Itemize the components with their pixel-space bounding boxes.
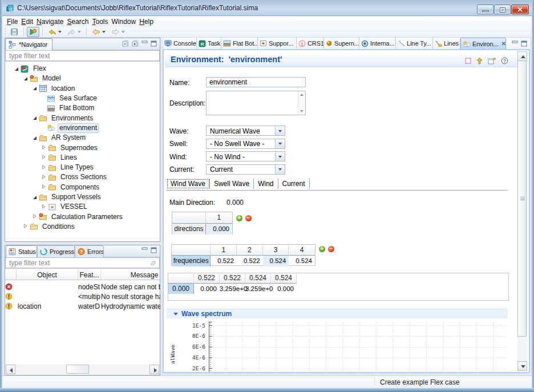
add-column-icon[interactable]: + bbox=[319, 246, 325, 252]
tree-item-flex[interactable]: Flex bbox=[5, 64, 160, 74]
cell-frequency[interactable]: 0.524 bbox=[263, 256, 289, 266]
menu-window[interactable]: Window bbox=[112, 17, 136, 27]
up-arrow-icon[interactable] bbox=[476, 57, 483, 64]
tab-environment[interactable]: Environ... ✕ bbox=[460, 38, 506, 49]
description-input[interactable] bbox=[206, 91, 306, 115]
remove-column-icon[interactable]: − bbox=[328, 246, 334, 252]
col-header[interactable]: 0.522 bbox=[194, 273, 220, 284]
row-header-frequencies[interactable]: frequencies bbox=[172, 256, 211, 266]
subtab-swell-wave[interactable]: Swell Wave bbox=[210, 179, 254, 189]
col-header[interactable]: 2 bbox=[237, 245, 263, 256]
column-severity[interactable] bbox=[5, 270, 17, 280]
navigator-filter-input[interactable] bbox=[5, 50, 160, 61]
maximize-view-icon[interactable] bbox=[151, 247, 157, 253]
tab-internal[interactable]: Interna... bbox=[359, 38, 396, 49]
link-editor-icon[interactable] bbox=[132, 40, 139, 47]
run-button[interactable] bbox=[27, 27, 39, 37]
menu-edit[interactable]: Edit bbox=[21, 17, 33, 27]
progress-tab[interactable]: Progress bbox=[37, 245, 75, 257]
back-button[interactable] bbox=[90, 27, 108, 37]
editor-vscrollbar[interactable] bbox=[517, 51, 527, 371]
swell-dropdown-icon[interactable] bbox=[275, 139, 285, 148]
menu-navigate[interactable]: Navigate bbox=[37, 17, 63, 27]
maximize-view-icon[interactable] bbox=[151, 41, 157, 47]
wave-spectrum-section[interactable]: Wave spectrum bbox=[167, 309, 508, 318]
tree-item-flat-bottom[interactable]: Flat Bottom bbox=[5, 103, 160, 113]
section-collapse-icon[interactable] bbox=[173, 313, 178, 316]
tree-item-sea-surface[interactable]: Sea Surface bbox=[5, 94, 160, 103]
col-header[interactable]: 0.524 bbox=[271, 273, 297, 284]
problem-row[interactable]: nodeSt Node step can not b bbox=[5, 282, 160, 292]
errors-tab[interactable]: ? Errors bbox=[75, 245, 104, 257]
navigator-tab[interactable]: *Navigator bbox=[5, 38, 52, 50]
tab-flat-bottom[interactable]: Flat Bot... bbox=[221, 38, 258, 49]
scroll-up-button[interactable] bbox=[517, 51, 527, 61]
cell-frequency[interactable]: 0.524 bbox=[289, 256, 315, 266]
cell-spectrum[interactable]: 3.259e+0 bbox=[220, 284, 245, 294]
forward-dropdown-icon[interactable] bbox=[122, 31, 125, 33]
back-dropdown-icon[interactable] bbox=[102, 31, 106, 33]
minimize-editor-icon[interactable] bbox=[512, 41, 519, 47]
collapsed-icon[interactable] bbox=[41, 165, 47, 171]
cell-spectrum[interactable]: 3.259e+0 bbox=[245, 284, 271, 294]
column-feature[interactable]: Feat... bbox=[78, 270, 101, 280]
close-tab-icon[interactable]: ✕ bbox=[501, 41, 505, 47]
subtab-current[interactable]: Current bbox=[278, 179, 310, 189]
collapsed-icon[interactable] bbox=[41, 155, 47, 160]
menu-help[interactable]: Help bbox=[139, 17, 153, 27]
save-button[interactable] bbox=[8, 27, 21, 37]
tree-item-supernodes[interactable]: Supernodes bbox=[5, 143, 160, 152]
menu-tools[interactable]: Tools bbox=[92, 17, 108, 27]
tree-item-model[interactable]: Model bbox=[5, 74, 160, 83]
collapsed-icon[interactable] bbox=[41, 184, 47, 190]
tree-item-environments[interactable]: Environments bbox=[5, 113, 160, 123]
menu-file[interactable]: File bbox=[7, 17, 18, 27]
tab-task[interactable]: R Task bbox=[197, 38, 221, 49]
minimize-view-icon[interactable] bbox=[141, 41, 148, 47]
subtab-wind[interactable]: Wind bbox=[254, 179, 278, 189]
tab-console[interactable]: Console bbox=[163, 38, 197, 49]
expanded-icon[interactable] bbox=[32, 115, 38, 121]
menu-search[interactable]: Search bbox=[67, 17, 88, 27]
collapsed-icon[interactable] bbox=[41, 204, 47, 210]
col-header[interactable]: 4 bbox=[289, 245, 315, 256]
scroll-right-button[interactable] bbox=[149, 365, 159, 374]
problem-row[interactable]: location waterD Hydrodynamic wate bbox=[5, 301, 160, 311]
tree-item-vessel[interactable]: VESSEL bbox=[5, 202, 160, 212]
expanded-icon[interactable] bbox=[32, 86, 38, 91]
tab-support-vessel[interactable]: Suppor... bbox=[258, 38, 297, 49]
redo-button[interactable] bbox=[65, 27, 83, 37]
wave-combo[interactable]: Numerical Wave bbox=[206, 126, 285, 136]
collapsed-icon[interactable] bbox=[41, 145, 47, 151]
tab-line-types[interactable]: Line Ty... bbox=[396, 38, 433, 49]
add-row-icon[interactable]: + bbox=[236, 215, 242, 221]
tree-item-cross-sections[interactable]: Cross Sections bbox=[5, 172, 160, 182]
col-header[interactable]: 1 bbox=[211, 245, 237, 256]
collapsed-icon[interactable] bbox=[23, 224, 29, 229]
tree-item-line-types[interactable]: Line Types bbox=[5, 163, 160, 172]
tree-item-components[interactable]: Components bbox=[5, 183, 160, 192]
scroll-left-button[interactable] bbox=[6, 365, 15, 374]
cell-spectrum[interactable]: 0.000 bbox=[194, 284, 220, 294]
wind-combo[interactable]: - No Wind - bbox=[206, 151, 285, 161]
status-filter-input[interactable] bbox=[5, 257, 160, 268]
wave-dropdown-icon[interactable] bbox=[275, 126, 285, 135]
swell-combo[interactable]: - No Swell Wave - bbox=[206, 139, 285, 149]
tree-item-conditions[interactable]: Conditions bbox=[5, 222, 160, 232]
expanded-icon[interactable] bbox=[32, 195, 38, 200]
wind-dropdown-icon[interactable] bbox=[275, 152, 285, 161]
new-window-icon[interactable] bbox=[488, 58, 496, 64]
collapsed-icon[interactable] bbox=[32, 214, 38, 220]
name-input[interactable]: environment bbox=[206, 77, 306, 87]
problems-hscrollbar[interactable] bbox=[6, 365, 159, 374]
vscroll-thumb[interactable] bbox=[517, 60, 527, 337]
undo-button[interactable] bbox=[46, 27, 64, 37]
hscroll-thumb[interactable] bbox=[66, 365, 89, 374]
tab-crs1[interactable]: 1 CRS1 bbox=[297, 38, 324, 49]
tree-item-support-vessels[interactable]: Support Vessels bbox=[5, 192, 160, 202]
close-button[interactable]: ✕ bbox=[511, 5, 529, 14]
col-header[interactable]: 3 bbox=[263, 245, 289, 256]
col-header[interactable]: 0.522 bbox=[220, 273, 245, 284]
collapse-all-icon[interactable] bbox=[122, 40, 130, 47]
cell-frequency[interactable]: 0.522 bbox=[211, 256, 237, 266]
